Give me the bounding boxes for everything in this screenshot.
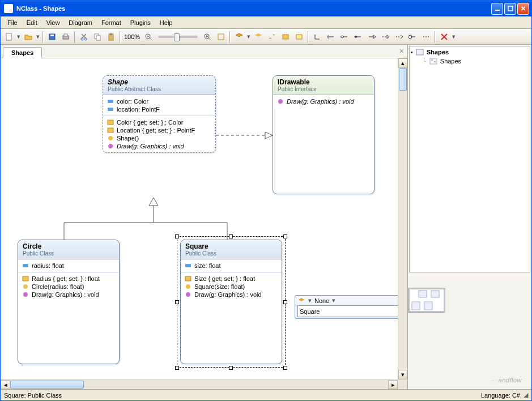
rel-compo-button[interactable] [352,31,364,43]
property-icon [22,275,29,282]
new-button[interactable] [3,31,15,43]
access-icon[interactable] [297,297,305,304]
expand-icon[interactable]: ▪ [411,49,413,56]
svg-rect-39 [108,108,113,111]
svg-point-42 [108,136,113,140]
menu-file[interactable]: File [3,18,22,28]
scroll-thumb[interactable] [399,68,407,91]
resize-handle[interactable] [283,300,287,304]
resize-handle[interactable] [175,366,179,370]
rel-depend-button[interactable] [393,31,405,43]
add-box2-button[interactable] [293,31,305,43]
rel-assoc-button[interactable] [325,31,337,43]
horizontal-scrollbar[interactable]: ◂ ▸ [1,379,398,389]
svg-rect-64 [431,291,439,297]
svg-rect-0 [495,10,500,11]
rel-realize-button[interactable] [379,31,391,43]
rel-corner-button[interactable] [311,31,324,43]
resize-handle[interactable] [229,234,233,238]
name-input[interactable] [297,305,407,317]
diagram-pane: Shapes × [1,45,408,389]
resize-handle[interactable] [175,300,179,304]
resize-grip-icon[interactable]: ◢ [520,391,528,399]
titlebar[interactable]: NClass - Shapes ✕ [1,1,531,16]
svg-rect-10 [96,36,100,40]
menu-view[interactable]: View [42,18,65,28]
resize-handle[interactable] [283,366,287,370]
menu-help[interactable]: Help [155,18,177,28]
svg-point-44 [278,99,283,104]
statusbar: Square: Public Class Language: C# ◢ [1,389,531,400]
tab-shapes[interactable]: Shapes [3,47,42,58]
menu-format[interactable]: Format [97,18,126,28]
paste-button[interactable] [105,31,117,43]
new-dropdown[interactable]: ▾ [16,33,21,40]
vertical-scrollbar[interactable]: ▴ ▾ [398,58,407,379]
model-tree[interactable]: ▪ Shapes └ Shapes [409,46,530,272]
tabstrip: Shapes × [1,45,407,58]
svg-rect-62 [434,61,436,62]
print-button[interactable] [59,31,72,43]
open-dropdown[interactable]: ▾ [36,33,40,40]
app-icon [4,4,13,13]
svg-rect-38 [108,100,113,103]
rel-nest-button[interactable] [406,31,419,43]
add-class-button[interactable] [233,31,245,43]
class-shape[interactable]: Shape Public Abstract Class color: Color… [103,75,216,153]
menubar: File Edit View Diagram Format Plugins He… [1,16,531,29]
class-circle[interactable]: Circle Public Class radius: float Radius… [18,240,120,364]
member-text: Radius { get; set; } : float [32,275,100,282]
scroll-right-button[interactable]: ▸ [388,380,398,389]
close-button[interactable]: ✕ [517,3,529,15]
add-class-dropdown[interactable]: ▾ [246,33,251,40]
rel-comment-button[interactable] [420,31,432,43]
copy-button[interactable] [91,31,104,43]
tree-child[interactable]: └ Shapes [411,57,529,66]
menu-plugins[interactable]: Plugins [126,18,155,28]
interface-idrawable[interactable]: IDrawable Public Interface Draw(g: Graph… [273,75,374,194]
zoom-slider[interactable] [158,36,198,38]
resize-handle[interactable] [175,234,179,238]
overview-thumbnail[interactable] [408,288,445,313]
scroll-down-button[interactable]: ▾ [398,370,407,379]
tree-root[interactable]: ▪ Shapes [411,48,529,57]
class-name: Circle [23,242,114,250]
scroll-left-button[interactable]: ◂ [1,380,10,389]
open-button[interactable] [22,31,35,43]
resize-handle[interactable] [229,366,233,370]
field-text: color: Color [117,98,148,105]
add-link-button[interactable] [266,31,278,43]
menu-diagram[interactable]: Diagram [64,18,97,28]
menu-edit[interactable]: Edit [22,18,42,28]
class-stereotype: Public Abstract Class [108,86,211,92]
zoom-out-button[interactable] [142,31,155,43]
minimize-button[interactable] [491,3,503,15]
fit-button[interactable] [215,31,227,43]
delete-button[interactable] [438,31,450,43]
delete-dropdown[interactable]: ▾ [452,33,456,40]
access-text[interactable]: None [314,297,329,304]
toolbar: ▾ ▾ 100% ▾ ▾ [1,29,531,45]
rel-inherit-button[interactable] [365,31,378,43]
add-item2-button[interactable] [252,31,265,43]
diagram-canvas[interactable]: Shape Public Abstract Class color: Color… [1,58,396,385]
access-dropdown[interactable]: ▾ [308,297,312,304]
member-edit-popup[interactable]: ▾ None▾ ▾ A↓ [295,295,407,319]
save-button[interactable] [46,31,58,43]
svg-rect-60 [430,58,437,64]
tab-close-icon[interactable]: × [399,47,404,55]
svg-rect-2 [6,33,11,40]
rel-aggreg-button[interactable] [338,31,351,43]
method-icon [276,98,284,105]
maximize-button[interactable] [504,3,516,15]
member-text: Shape() [117,135,139,142]
resize-handle[interactable] [283,234,287,238]
access-dropdown2[interactable]: ▾ [331,297,336,304]
cut-button[interactable] [78,31,90,43]
add-box1-button[interactable] [279,31,292,43]
zoom-value[interactable]: 100% [123,33,141,40]
zoom-in-button[interactable] [201,31,214,43]
scroll-thumb[interactable] [10,381,84,389]
svg-rect-22 [296,35,302,39]
scroll-up-button[interactable]: ▴ [398,58,407,68]
